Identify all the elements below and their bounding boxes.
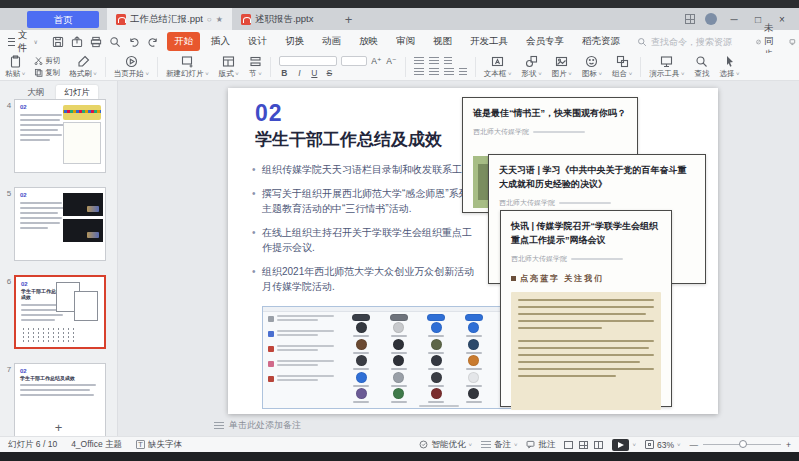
desktop-bottom-strip: [0, 452, 799, 461]
slide-bullet: 组织传媒学院天天习语栏目录制和收发联系工作.: [250, 162, 478, 177]
slide-thumbnail-5[interactable]: 5 02: [4, 187, 106, 261]
decrease-font-button[interactable]: A⁻: [386, 56, 397, 66]
tab-star-icon[interactable]: ★: [216, 15, 223, 24]
menu-item[interactable]: 设计: [241, 32, 274, 51]
paste-button[interactable]: 粘贴 ˅: [0, 55, 30, 79]
article-date-skeleton: [559, 202, 611, 204]
home-button[interactable]: 首页: [27, 11, 99, 28]
menu-item[interactable]: 插入: [204, 32, 237, 51]
avatar-name-skeleton: [391, 368, 407, 370]
document-tab-active[interactable]: 工作总结汇报.ppt ○ ★: [107, 8, 232, 30]
avatar-icon: [393, 355, 404, 366]
thumb-card-image: [74, 291, 98, 321]
new-slide-button[interactable]: 新建幻灯片 ˅: [161, 55, 214, 79]
apps-grid-icon[interactable]: [685, 14, 695, 24]
underline-button[interactable]: U: [309, 68, 320, 78]
thumb-document-image: [63, 122, 101, 164]
justify-icon[interactable]: [459, 68, 467, 76]
slide-number: 4: [4, 99, 14, 173]
indent-icon[interactable]: [444, 57, 452, 65]
slideshow-play-button[interactable]: ˅: [612, 439, 636, 451]
export-icon[interactable]: [71, 36, 83, 48]
menu-item[interactable]: 动画: [315, 32, 348, 51]
notes-toggle-button[interactable]: 备注˅: [481, 439, 518, 451]
zoom-track[interactable]: [703, 444, 781, 445]
text-box-button[interactable]: 文本框 ˅: [479, 55, 517, 79]
numbered-list-icon[interactable]: [429, 57, 439, 65]
missing-font-warning[interactable]: T 缺失字体: [136, 439, 182, 451]
slide-thumbnail-4[interactable]: 4 02: [4, 99, 106, 173]
menu-item[interactable]: 开始: [167, 32, 200, 51]
section-button[interactable]: 节 ˅: [244, 55, 267, 79]
menu-item[interactable]: 切换: [278, 32, 311, 51]
font-family-select[interactable]: [279, 56, 337, 66]
minimize-button[interactable]: ─: [727, 14, 741, 25]
picture-button[interactable]: 图片 ˅: [547, 55, 577, 79]
zoom-in-button[interactable]: +: [786, 440, 791, 450]
fit-to-window-button[interactable]: 63%˅: [645, 440, 681, 450]
group-button[interactable]: 组合 ˅: [607, 55, 637, 79]
menu-item[interactable]: 会员专享: [519, 32, 571, 51]
slide-layout-button[interactable]: 版式 ˅: [214, 55, 244, 79]
zoom-slider[interactable]: — +: [690, 440, 791, 450]
avatar-icon: [465, 314, 483, 321]
save-icon[interactable]: [52, 36, 64, 48]
comment-button[interactable]: 批注: [526, 439, 555, 451]
menu-item[interactable]: 放映: [352, 32, 385, 51]
zoom-out-button[interactable]: —: [690, 440, 699, 450]
smart-optimize-button[interactable]: 智能优化˅: [419, 439, 472, 451]
slide-sorter-view-icon[interactable]: [579, 441, 588, 449]
avatar-name-skeleton: [466, 368, 482, 370]
undo-icon[interactable]: [128, 36, 140, 48]
print-icon[interactable]: [90, 36, 102, 48]
font-size-select[interactable]: [341, 56, 367, 66]
article-text-skeleton: [518, 368, 654, 371]
menu-item[interactable]: 稻壳资源: [575, 32, 627, 51]
increase-font-button[interactable]: A⁺: [371, 56, 382, 66]
align-left-icon[interactable]: [414, 68, 424, 76]
theme-name[interactable]: 4_Office 主题: [71, 439, 122, 451]
avatar-icon: [431, 339, 442, 350]
slide-thumbnail-6-selected[interactable]: 6 02 学生干部工作总结及成效: [4, 275, 106, 349]
current-slide[interactable]: 02 学生干部工作总结及成效 组织传媒学院天天习语栏目录制和收发联系工作.撰写关…: [228, 88, 718, 414]
presentation-tools-button[interactable]: 演示工具 ˅: [644, 55, 689, 79]
article-card-3[interactable]: 快讯 | 传媒学院召开“学联学生会组织重点工作提示”网络会议 西北师大传媒学院 …: [500, 210, 672, 407]
preview-icon[interactable]: [109, 36, 121, 48]
article-body-preview: [511, 292, 661, 410]
avatar-cell: [344, 355, 378, 370]
menu-item[interactable]: 开发工具: [463, 32, 515, 51]
menu-item[interactable]: 审阅: [389, 32, 422, 51]
avatar-cell: [344, 388, 378, 403]
shapes-button[interactable]: 形状 ˅: [517, 55, 547, 79]
italic-button[interactable]: I: [294, 68, 305, 78]
strikethrough-button[interactable]: S: [324, 68, 335, 78]
bold-button[interactable]: B: [279, 68, 290, 78]
bullet-list-icon[interactable]: [414, 57, 424, 65]
normal-view-icon[interactable]: [564, 441, 573, 449]
collaborate-button[interactable]: 协作: [789, 29, 799, 55]
search-input[interactable]: [651, 37, 756, 47]
copy-button[interactable]: 复制: [34, 68, 60, 78]
thumb-photo-image: [63, 219, 103, 242]
play-from-current-button[interactable]: 当页开始 ˅: [109, 55, 154, 79]
select-button[interactable]: 选择 ˅: [714, 55, 744, 79]
cut-button[interactable]: 剪切: [34, 56, 60, 66]
file-menu[interactable]: 文件 ∨: [0, 29, 44, 55]
align-right-icon[interactable]: [444, 68, 454, 76]
align-center-icon[interactable]: [429, 68, 439, 76]
find-button[interactable]: 查找: [689, 55, 714, 79]
menu-item[interactable]: 视图: [426, 32, 459, 51]
new-document-tab-button[interactable]: +: [340, 12, 356, 27]
command-search[interactable]: [637, 37, 756, 47]
reading-view-icon[interactable]: [594, 441, 603, 449]
add-slide-button[interactable]: +: [0, 421, 117, 435]
user-avatar[interactable]: [705, 13, 717, 25]
document-tab-inactive[interactable]: 述职报告.pptx: [232, 8, 323, 30]
zoom-handle[interactable]: [739, 440, 747, 448]
notes-bar[interactable]: 单击此处添加备注: [118, 418, 799, 433]
icon-library-button[interactable]: 图标 ˅: [577, 55, 607, 79]
fit-window-icon: [645, 440, 654, 449]
redo-icon[interactable]: [147, 36, 159, 48]
format-painter-button[interactable]: 格式刷 ˅: [64, 55, 102, 79]
avatar-cell: [344, 372, 378, 387]
